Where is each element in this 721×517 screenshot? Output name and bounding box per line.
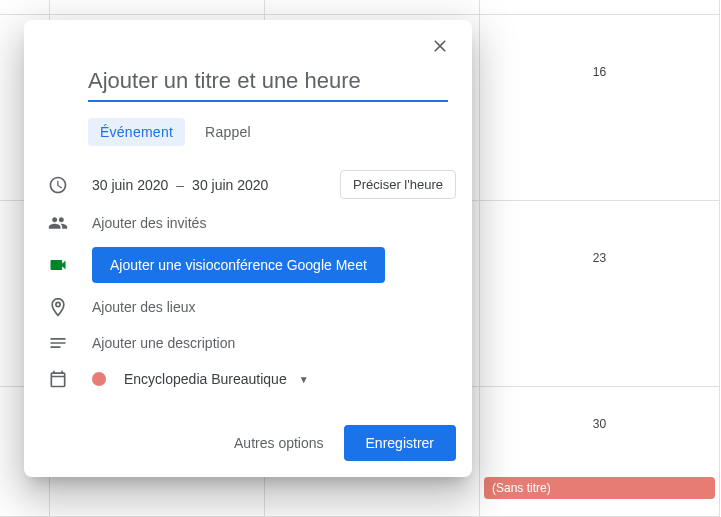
calendar-icon — [40, 369, 76, 389]
row-location: Ajouter des lieux — [40, 289, 456, 325]
row-meet: Ajouter une visioconférence Google Meet — [40, 241, 456, 289]
row-guests: Ajouter des invités — [40, 205, 456, 241]
title-input[interactable] — [88, 64, 448, 102]
calendar-color-dot — [92, 372, 106, 386]
chevron-down-icon: ▼ — [299, 374, 309, 385]
notes-icon — [40, 333, 76, 353]
date-separator: – — [176, 177, 184, 193]
tab-event[interactable]: Événement — [88, 118, 185, 146]
people-icon — [40, 213, 76, 233]
tab-reminder[interactable]: Rappel — [193, 118, 263, 146]
date-number: 30 — [593, 417, 606, 431]
event-chip-untitled[interactable]: (Sans titre) — [484, 477, 715, 499]
day-cell[interactable]: 30 (Sans titre) — [480, 387, 720, 517]
quick-add-dialog: Événement Rappel 30 juin 2020 – 30 juin … — [24, 20, 472, 477]
location-icon — [40, 297, 76, 317]
close-icon — [430, 36, 450, 60]
row-description: Ajouter une description — [40, 325, 456, 361]
more-options-button[interactable]: Autres options — [234, 435, 324, 451]
clock-icon — [40, 175, 76, 195]
add-location-field[interactable]: Ajouter des lieux — [92, 299, 456, 315]
calendar-picker[interactable]: Encyclopedia Bureautique ▼ — [92, 371, 456, 387]
day-cell[interactable]: 16 — [480, 15, 720, 201]
row-datetime: 30 juin 2020 – 30 juin 2020 Préciser l'h… — [40, 164, 456, 205]
add-guests-field[interactable]: Ajouter des invités — [92, 215, 456, 231]
video-icon — [40, 255, 76, 275]
add-meet-button[interactable]: Ajouter une visioconférence Google Meet — [92, 247, 385, 283]
calendar-name: Encyclopedia Bureautique — [124, 371, 287, 387]
date-number: 23 — [593, 251, 606, 265]
save-button[interactable]: Enregistrer — [344, 425, 456, 461]
date-number: 16 — [593, 65, 606, 79]
add-description-field[interactable]: Ajouter une description — [92, 335, 456, 351]
end-date[interactable]: 30 juin 2020 — [192, 177, 268, 193]
day-cell[interactable]: 23 — [480, 201, 720, 387]
close-button[interactable] — [424, 32, 456, 64]
start-date[interactable]: 30 juin 2020 — [92, 177, 168, 193]
specify-time-button[interactable]: Préciser l'heure — [340, 170, 456, 199]
row-calendar: Encyclopedia Bureautique ▼ — [40, 361, 456, 397]
